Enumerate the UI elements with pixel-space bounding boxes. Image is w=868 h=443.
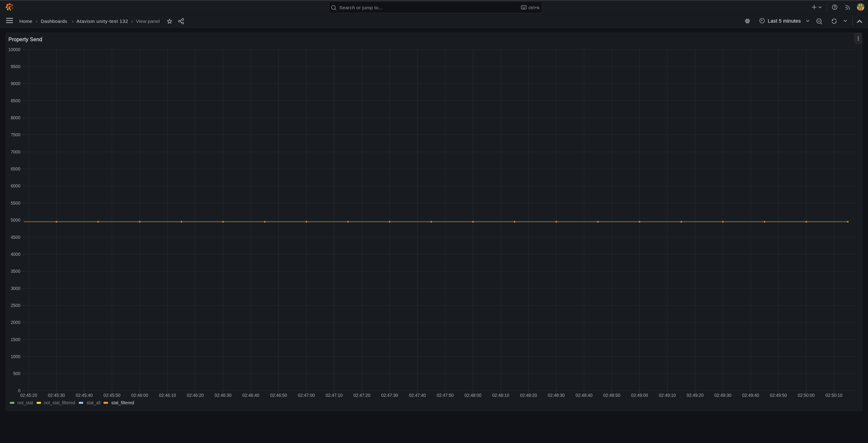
svg-text:02:48:50: 02:48:50 <box>603 393 620 398</box>
svg-text:7000: 7000 <box>11 150 20 154</box>
svg-text:1000: 1000 <box>11 354 20 359</box>
svg-text:02:45:30: 02:45:30 <box>48 393 65 398</box>
svg-text:5500: 5500 <box>11 201 20 206</box>
svg-text:02:50:10: 02:50:10 <box>826 393 842 398</box>
svg-text:02:48:30: 02:48:30 <box>548 393 565 398</box>
svg-text:7500: 7500 <box>11 132 20 137</box>
svg-text:02:46:50: 02:46:50 <box>270 393 287 398</box>
svg-text:3000: 3000 <box>11 286 20 291</box>
svg-text:4500: 4500 <box>11 235 20 240</box>
svg-text:02:48:20: 02:48:20 <box>520 393 537 398</box>
svg-text:02:47:30: 02:47:30 <box>381 393 398 398</box>
svg-text:02:45:50: 02:45:50 <box>103 393 120 398</box>
svg-text:02:49:10: 02:49:10 <box>659 393 676 398</box>
svg-text:02:47:00: 02:47:00 <box>298 393 315 398</box>
svg-text:8500: 8500 <box>11 98 20 103</box>
svg-text:02:47:10: 02:47:10 <box>326 393 342 398</box>
svg-text:02:49:00: 02:49:00 <box>631 393 648 398</box>
svg-text:2500: 2500 <box>11 303 20 308</box>
svg-text:1500: 1500 <box>11 337 20 342</box>
svg-text:3500: 3500 <box>11 269 20 274</box>
svg-text:02:48:40: 02:48:40 <box>576 393 592 398</box>
svg-text:02:46:00: 02:46:00 <box>131 393 148 398</box>
svg-text:02:48:10: 02:48:10 <box>492 393 509 398</box>
svg-text:500: 500 <box>13 371 20 376</box>
svg-text:02:49:50: 02:49:50 <box>770 393 787 398</box>
svg-text:9000: 9000 <box>11 81 20 86</box>
svg-text:0: 0 <box>18 388 21 393</box>
svg-text:02:45:40: 02:45:40 <box>76 393 93 398</box>
svg-text:8000: 8000 <box>11 115 20 120</box>
svg-text:2000: 2000 <box>11 320 20 325</box>
svg-text:5000: 5000 <box>11 218 20 223</box>
svg-text:stat_all: stat_all <box>87 400 101 406</box>
svg-text:4000: 4000 <box>11 252 20 257</box>
svg-text:02:49:40: 02:49:40 <box>742 393 759 398</box>
svg-text:02:46:20: 02:46:20 <box>187 393 204 398</box>
svg-text:02:46:30: 02:46:30 <box>214 393 231 398</box>
svg-text:9500: 9500 <box>11 64 20 69</box>
svg-text:02:48:00: 02:48:00 <box>464 393 482 398</box>
svg-text:02:49:30: 02:49:30 <box>714 393 731 398</box>
svg-text:02:50:00: 02:50:00 <box>798 393 815 398</box>
svg-text:02:46:40: 02:46:40 <box>242 393 259 398</box>
svg-text:02:45:20: 02:45:20 <box>20 393 37 398</box>
svg-text:02:47:40: 02:47:40 <box>409 393 426 398</box>
svg-text:6500: 6500 <box>11 167 20 171</box>
svg-text:10000: 10000 <box>8 47 21 52</box>
svg-text:02:47:50: 02:47:50 <box>437 393 454 398</box>
svg-text:not_stat_filtered: not_stat_filtered <box>44 400 75 406</box>
svg-text:stat_filtered: stat_filtered <box>111 400 134 406</box>
svg-text:02:49:20: 02:49:20 <box>687 393 704 398</box>
svg-text:02:46:10: 02:46:10 <box>159 393 176 398</box>
svg-text:not_stat: not_stat <box>18 400 33 406</box>
svg-text:6000: 6000 <box>11 184 20 188</box>
svg-text:02:47:20: 02:47:20 <box>353 393 370 398</box>
